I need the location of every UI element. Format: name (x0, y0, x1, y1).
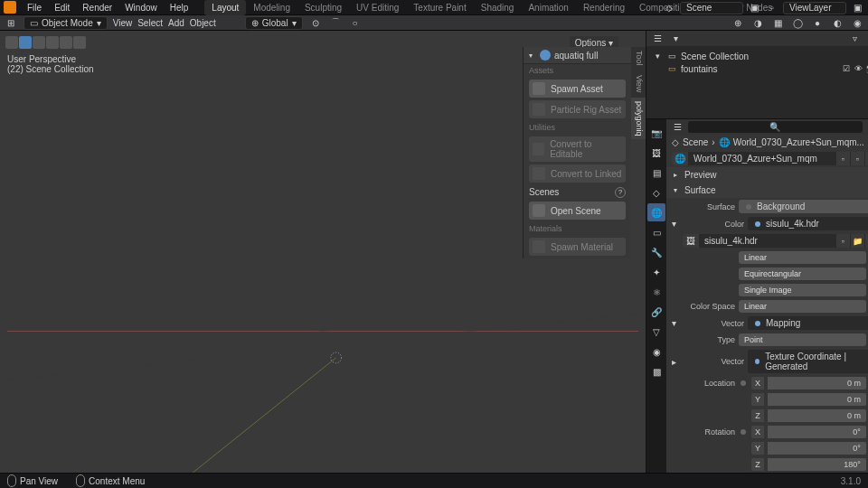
vector2-input-select[interactable]: Texture Coordinate | Generated (748, 350, 868, 373)
overlays-icon[interactable]: ◑ (750, 15, 765, 30)
ptab-physics[interactable]: ⚛ (647, 283, 665, 301)
rotation-y-field[interactable]: 0° (768, 442, 866, 455)
menu-add[interactable]: Add (168, 18, 184, 28)
properties-search[interactable]: 🔍 (688, 121, 863, 133)
mapping-type-select[interactable]: Point (739, 333, 866, 346)
ptab-viewlayer[interactable]: ▤ (647, 164, 665, 182)
tab-animation[interactable]: Animation (521, 0, 575, 15)
mode-selector[interactable]: ▭ Object Mode ▾ (24, 16, 108, 30)
surface-shader-select[interactable]: Background (739, 200, 868, 213)
preview-panel-header[interactable]: ▸ Preview (666, 167, 868, 183)
orientation-selector[interactable]: ⊕ Global ▾ (245, 16, 303, 30)
vtab-tool[interactable]: Tool (631, 47, 646, 70)
help-icon[interactable]: ? (615, 187, 626, 198)
tab-rendering[interactable]: Rendering (576, 0, 632, 15)
link-icon[interactable] (741, 380, 746, 386)
ptab-output[interactable]: 🖼 (647, 144, 665, 162)
proportional-icon[interactable]: ○ (348, 15, 363, 30)
tab-layout[interactable]: Layout (204, 0, 246, 15)
source-select[interactable]: Single Image (739, 284, 866, 296)
pivot-icon[interactable]: ⊙ (308, 15, 323, 30)
xray-icon[interactable]: ▦ (770, 15, 785, 30)
snap-icon[interactable]: ⌒ (328, 15, 343, 30)
shading-wire-icon[interactable]: ◯ (790, 15, 805, 30)
convert-linked-button[interactable]: Convert to Linked (529, 164, 626, 183)
display-mode-icon[interactable]: ▾ (668, 32, 683, 46)
menu-object[interactable]: Object (190, 18, 216, 28)
tab-sculpting[interactable]: Sculpting (297, 0, 349, 15)
rotation-x-field[interactable]: 0° (768, 426, 866, 438)
tab-modeling[interactable]: Modeling (246, 0, 297, 15)
surface-panel-header[interactable]: ▾ Surface (666, 183, 868, 198)
gizmo-icon[interactable]: ⊕ (731, 15, 745, 30)
location-y-field[interactable]: 0 m (768, 393, 866, 406)
ptab-texture[interactable]: ▩ (647, 362, 665, 380)
world-icon[interactable]: 🌐 (672, 152, 688, 165)
unlink-world-button[interactable]: ✕ (864, 152, 868, 165)
new-world-button[interactable]: ▫ (835, 152, 850, 165)
chevron-down-icon[interactable]: ▾ (672, 318, 677, 328)
ptab-scene[interactable]: ◇ (647, 183, 665, 202)
colorspace-select[interactable]: Linear (739, 300, 866, 313)
viewlayer-field[interactable]: ViewLayer (783, 2, 846, 14)
new-image-button[interactable]: ▫ (835, 234, 850, 248)
convert-editable-button[interactable]: Convert to Editable (529, 136, 626, 162)
tool-transform[interactable] (73, 36, 86, 49)
ptab-render[interactable]: 📷 (647, 124, 665, 142)
vtab-view[interactable]: View (631, 71, 646, 96)
ptab-particles[interactable]: ✦ (647, 263, 665, 281)
ptab-object[interactable]: ▭ (647, 223, 665, 241)
ptab-data[interactable]: ▽ (647, 323, 665, 341)
editor-type-icon[interactable]: ⊞ (4, 15, 18, 30)
open-image-button[interactable]: 📁 (850, 234, 864, 248)
menu-window[interactable]: Window (119, 1, 163, 14)
vector-input-select[interactable]: Mapping (748, 316, 868, 330)
image-name-field[interactable]: sisulu_4k.hdr (699, 234, 835, 248)
eye-icon[interactable]: 👁 (854, 63, 864, 74)
ptab-constraints[interactable]: 🔗 (647, 303, 665, 321)
location-x-field[interactable]: 0 m (768, 377, 866, 389)
viewlayer-browse-icon[interactable]: ▣ (850, 1, 864, 15)
ptab-modifier[interactable]: 🔧 (647, 243, 665, 261)
image-icon[interactable]: 🖼 (683, 234, 699, 248)
menu-select[interactable]: Select (137, 18, 163, 28)
color-input-select[interactable]: sisulu_4k.hdr (748, 217, 868, 230)
menu-render[interactable]: Render (77, 1, 118, 14)
menu-file[interactable]: File (22, 1, 47, 14)
tab-shading[interactable]: Shading (474, 0, 522, 15)
exclude-icon[interactable]: ☑ (841, 63, 852, 74)
tab-uv[interactable]: UV Editing (349, 0, 406, 15)
projection-select[interactable]: Equirectangular (739, 267, 866, 280)
crumb-world[interactable]: World_0730_Azure+Sun_mqm... (733, 137, 864, 147)
npanel-header[interactable]: ▾ aquatiq full (524, 47, 631, 64)
chevron-right-icon[interactable]: ▸ (672, 357, 677, 367)
outliner-item-fountains[interactable]: ▭ fountains ☑ 👁 📷 (650, 62, 868, 75)
tab-texpaint[interactable]: Texture Paint (406, 0, 473, 15)
tool-move[interactable] (33, 36, 45, 49)
shading-solid-icon[interactable]: ● (810, 15, 825, 30)
particle-rig-button[interactable]: Particle Rig Asset (529, 100, 626, 118)
ptab-material[interactable]: ◉ (647, 343, 665, 361)
outliner-root[interactable]: ▾ ▭ Scene Collection (650, 50, 868, 62)
tool-scale[interactable] (60, 36, 72, 49)
shading-rendered-icon[interactable]: ◉ (850, 15, 864, 30)
tool-cursor[interactable] (5, 36, 18, 49)
3d-viewport[interactable]: User Perspective (22) Scene Collection O… (0, 31, 646, 473)
vtab-polygoniq[interactable]: polygoniq (631, 98, 646, 140)
filter-icon[interactable]: ▿ (848, 32, 863, 46)
outliner-tree[interactable]: ▾ ▭ Scene Collection ▭ fountains ☑ 👁 📷 (646, 46, 868, 118)
ptab-world[interactable]: 🌐 (647, 203, 665, 221)
scene-name-field[interactable]: Scene (680, 2, 743, 14)
editor-type-icon[interactable]: ☰ (670, 120, 684, 135)
shading-matprev-icon[interactable]: ◐ (830, 15, 844, 30)
interpolation-select[interactable]: Linear (739, 251, 866, 264)
open-scene-button[interactable]: Open Scene (529, 202, 626, 220)
link-icon[interactable] (741, 429, 746, 435)
editor-type-icon[interactable]: ☰ (650, 32, 665, 46)
chevron-down-icon[interactable]: ▾ (672, 219, 677, 229)
location-z-field[interactable]: 0 m (768, 409, 866, 422)
spawn-material-button[interactable]: Spawn Material (529, 238, 626, 256)
crumb-scene[interactable]: Scene (683, 137, 708, 147)
menu-help[interactable]: Help (165, 1, 194, 14)
unlink-image-button[interactable]: ✕ (864, 234, 868, 248)
